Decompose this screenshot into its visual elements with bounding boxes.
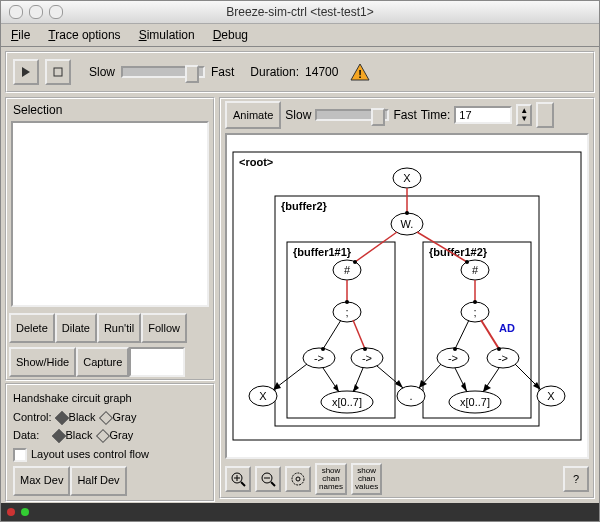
- svg-line-52: [455, 320, 469, 349]
- svg-text:;: ;: [345, 306, 348, 318]
- time-extra-button[interactable]: [536, 102, 554, 128]
- svg-line-28: [353, 320, 365, 349]
- svg-point-17: [353, 260, 357, 264]
- control-gray-label: Gray: [113, 411, 137, 423]
- layout-checkbox[interactable]: [13, 448, 27, 462]
- data-gray-label: Gray: [110, 429, 134, 441]
- svg-text:->: ->: [498, 352, 508, 364]
- diagram-canvas[interactable]: <root> {buffer2} {buffer1#1} {buffer1#2}…: [225, 133, 589, 459]
- minimize-traffic-button[interactable]: [29, 5, 43, 19]
- zoom-traffic-button[interactable]: [49, 5, 63, 19]
- stop-button[interactable]: [45, 59, 71, 85]
- canvas-bottom-bar: showchannames showchanvalues ?: [221, 461, 593, 497]
- svg-text:#: #: [472, 264, 479, 276]
- app-window: Breeze-sim-ctrl <test-test1> File Trace …: [0, 0, 600, 522]
- delete-button[interactable]: Delete: [9, 313, 55, 343]
- control-label: Control:: [13, 411, 52, 423]
- layout-row: Layout uses control flow: [13, 445, 207, 464]
- dev-row: Max Dev Half Dev: [13, 464, 207, 496]
- data-label: Data:: [13, 429, 39, 441]
- data-black-label: Black: [66, 429, 93, 441]
- svg-point-55: [497, 347, 501, 351]
- zoom-in-icon: [230, 471, 246, 487]
- svg-point-43: [465, 260, 469, 264]
- zoom-fit-button[interactable]: [285, 466, 311, 492]
- anim-speed-slider[interactable]: [315, 109, 389, 121]
- root-label: <root>: [239, 156, 273, 168]
- diagram-svg: <root> {buffer2} {buffer1#1} {buffer1#2}…: [227, 135, 587, 457]
- time-input[interactable]: 17: [454, 106, 512, 124]
- menu-file[interactable]: File: [11, 28, 30, 42]
- play-button[interactable]: [13, 59, 39, 85]
- time-label: Time:: [421, 108, 451, 122]
- main-toolbar: Slow Fast Duration:14700 !: [5, 51, 595, 93]
- control-black-label: Black: [69, 411, 96, 423]
- menu-debug[interactable]: Debug: [213, 28, 248, 42]
- speed-slider[interactable]: [121, 66, 205, 78]
- anim-fast-label: Fast: [393, 108, 416, 122]
- duration-value: 14700: [305, 65, 338, 79]
- halfdev-button[interactable]: Half Dev: [70, 466, 126, 496]
- svg-text:X: X: [547, 390, 555, 402]
- svg-text:.: .: [409, 390, 412, 402]
- svg-rect-1: [54, 68, 62, 76]
- svg-text:#: #: [344, 264, 351, 276]
- showhide-button[interactable]: Show/Hide: [9, 347, 76, 377]
- svg-text:!: !: [359, 68, 363, 80]
- svg-text:->: ->: [314, 352, 324, 364]
- maxdev-button[interactable]: Max Dev: [13, 466, 70, 496]
- svg-line-73: [241, 482, 245, 486]
- data-gray-radio[interactable]: [95, 429, 109, 443]
- stop-icon: [53, 67, 63, 77]
- zoom-out-button[interactable]: [255, 466, 281, 492]
- selection-list[interactable]: [11, 121, 209, 307]
- status-led-red: [7, 508, 15, 516]
- svg-text:X: X: [403, 172, 411, 184]
- control-gray-radio[interactable]: [98, 411, 112, 425]
- svg-point-79: [292, 473, 304, 485]
- svg-marker-39: [273, 382, 281, 390]
- show-chan-names-button[interactable]: showchannames: [315, 463, 347, 495]
- animate-button[interactable]: Animate: [225, 101, 281, 129]
- control-row: Control: Black Gray: [13, 408, 207, 427]
- svg-line-26: [323, 320, 341, 349]
- dilate-button[interactable]: Dilate: [55, 313, 97, 343]
- content-area: Selection Delete Dilate Run'til Follow S…: [1, 97, 599, 503]
- menubar: File Trace options Simulation Debug: [1, 24, 599, 47]
- zoom-out-icon: [260, 471, 276, 487]
- svg-point-80: [296, 477, 300, 481]
- slow-label: Slow: [89, 65, 115, 79]
- runtil-button[interactable]: Run'til: [97, 313, 141, 343]
- data-black-radio[interactable]: [51, 429, 65, 443]
- fast-label: Fast: [211, 65, 234, 79]
- zoom-in-button[interactable]: [225, 466, 251, 492]
- statusbar: [1, 503, 599, 521]
- ad-label: AD: [499, 322, 515, 334]
- svg-text:;: ;: [473, 306, 476, 318]
- selection-heading: Selection: [7, 99, 213, 117]
- follow-button[interactable]: Follow: [141, 313, 187, 343]
- svg-text:W.: W.: [401, 218, 414, 230]
- capture-button[interactable]: Capture: [76, 347, 129, 377]
- capture-input[interactable]: [129, 347, 185, 377]
- close-traffic-button[interactable]: [9, 5, 23, 19]
- selection-buttons-row2: Show/Hide Capture: [7, 345, 213, 379]
- svg-text:->: ->: [362, 352, 372, 364]
- buffer1a-label: {buffer1#1}: [293, 246, 352, 258]
- menu-simulation[interactable]: Simulation: [139, 28, 195, 42]
- show-chan-values-button[interactable]: showchanvalues: [351, 463, 382, 495]
- warning-icon[interactable]: !: [350, 63, 370, 81]
- buffer2-label: {buffer2}: [281, 200, 328, 212]
- help-button[interactable]: ?: [563, 466, 589, 492]
- anim-toolbar: Animate Slow Fast Time: 17 ▲▼: [221, 99, 593, 131]
- control-black-radio[interactable]: [55, 411, 69, 425]
- svg-marker-0: [22, 67, 30, 77]
- svg-text:X: X: [259, 390, 267, 402]
- menu-trace-options[interactable]: Trace options: [48, 28, 120, 42]
- svg-line-54: [481, 320, 499, 349]
- status-led-green: [21, 508, 29, 516]
- handshake-graph-panel: Handshake circuit graph Control: Black G…: [5, 383, 215, 502]
- svg-point-29: [363, 347, 367, 351]
- time-stepper[interactable]: ▲▼: [516, 104, 532, 126]
- svg-line-16: [355, 232, 397, 262]
